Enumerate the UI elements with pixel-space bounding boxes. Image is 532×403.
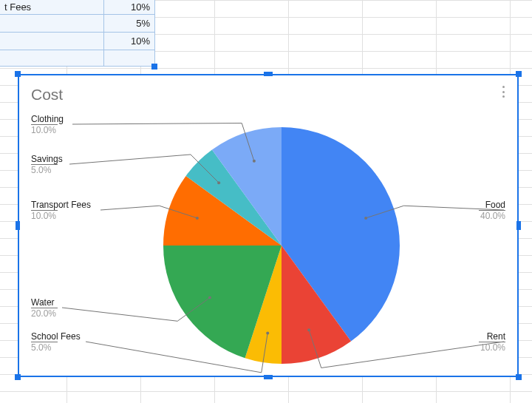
- slice-label-food: Food 40.0%: [479, 200, 505, 221]
- slice-label-water: Water 20.0%: [31, 297, 58, 319]
- resize-handle-se[interactable]: [516, 374, 522, 380]
- leader-dot: [196, 217, 199, 220]
- table-cell[interactable]: t Fees: [0, 0, 103, 14]
- data-table-selection[interactable]: t Fees 10% 5% 10%: [0, 0, 155, 67]
- table-cell[interactable]: [0, 50, 103, 66]
- resize-handle-e[interactable]: [516, 221, 521, 230]
- range-fill-handle[interactable]: [151, 64, 157, 70]
- leader-dot: [307, 328, 310, 331]
- table-cell[interactable]: 10%: [103, 33, 154, 50]
- table-cell[interactable]: 5%: [103, 15, 154, 32]
- resize-handle-sw[interactable]: [15, 374, 21, 380]
- slice-label-clothing: Clothing 10.0%: [31, 114, 64, 135]
- leader-dot: [266, 332, 269, 335]
- slice-label-savings: Savings 5.0%: [31, 154, 63, 175]
- resize-handle-s[interactable]: [264, 375, 273, 379]
- slice-label-school-fees: School Fees 5.0%: [31, 331, 81, 353]
- table-cell[interactable]: [0, 33, 103, 50]
- chart-object[interactable]: Cost Food 40.0% Rent 10.0% School Fees 5…: [18, 74, 519, 377]
- leader-dot: [364, 217, 367, 220]
- leader-dot: [253, 160, 256, 163]
- table-cell[interactable]: [103, 50, 154, 66]
- table-cell[interactable]: [0, 15, 103, 32]
- slice-label-transport-fees: Transport Fees 10.0%: [31, 200, 91, 221]
- pie-chart[interactable]: [19, 75, 517, 376]
- resize-handle-w[interactable]: [16, 221, 20, 230]
- pie-svg: [19, 75, 517, 376]
- leader-dot: [217, 181, 220, 184]
- table-cell[interactable]: 10%: [103, 0, 154, 14]
- resize-handle-n[interactable]: [264, 72, 273, 76]
- slice-label-rent: Rent 10.0%: [479, 331, 505, 353]
- leader-dot: [208, 297, 211, 299]
- resize-handle-ne[interactable]: [516, 71, 522, 77]
- resize-handle-nw[interactable]: [15, 71, 21, 77]
